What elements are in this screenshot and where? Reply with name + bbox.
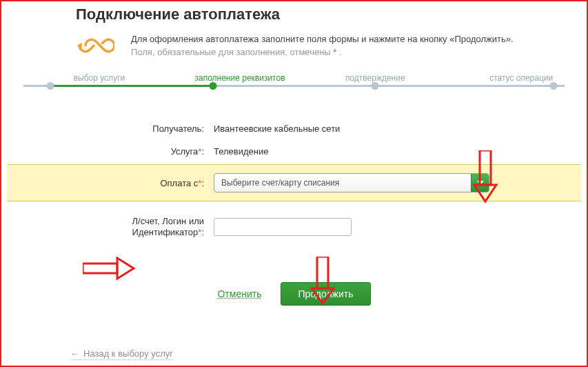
autopay-infinity-icon	[76, 33, 117, 61]
identifier-label: Л/счет, Логин или Идентификатор*:	[7, 216, 214, 239]
back-link[interactable]: ← Назад к выбору услуг	[70, 348, 173, 360]
progress-stepper: выбор услуги заполнение реквизитов подтв…	[23, 79, 565, 94]
svg-marker-1	[477, 181, 484, 185]
intro-line1: Для оформления автоплатежа заполните пол…	[131, 33, 514, 46]
step-3: подтверждение	[320, 73, 430, 83]
step-1: выбор услуги	[44, 73, 154, 83]
intro-line2: Поля, обязательные для заполнения, отмеч…	[131, 46, 514, 59]
payfrom-selected-text: Выберите счет/карту списания	[221, 178, 339, 188]
step-4: статус операции	[466, 73, 576, 83]
arrow-left-icon: ←	[70, 348, 79, 359]
payfrom-label: Оплата с*:	[7, 178, 214, 188]
row-identifier: Л/счет, Логин или Идентификатор*:	[7, 210, 581, 245]
step-2: заполнение реквизитов	[185, 73, 295, 83]
continue-button[interactable]: Продолжить	[281, 282, 370, 306]
row-payfrom: Оплата с*: Выберите счет/карту списания	[7, 164, 581, 201]
recipient-label: Получатель:	[7, 123, 214, 134]
intro-block: Для оформления автоплатежа заполните пол…	[76, 33, 558, 61]
chevron-down-icon	[471, 174, 489, 192]
row-recipient: Получатель: Ивантеевские кабельные сети	[7, 117, 581, 140]
service-value: Телевидение	[214, 146, 268, 157]
row-service: Услуга*: Телевидение	[7, 140, 581, 163]
payfrom-select[interactable]: Выберите счет/карту списания	[214, 173, 489, 192]
recipient-value: Ивантеевские кабельные сети	[214, 123, 340, 134]
page-title: Подключение автоплатежа	[76, 6, 581, 23]
identifier-input[interactable]	[214, 218, 352, 236]
service-label: Услуга*:	[7, 146, 214, 157]
cancel-link[interactable]: Отменить	[217, 288, 261, 299]
